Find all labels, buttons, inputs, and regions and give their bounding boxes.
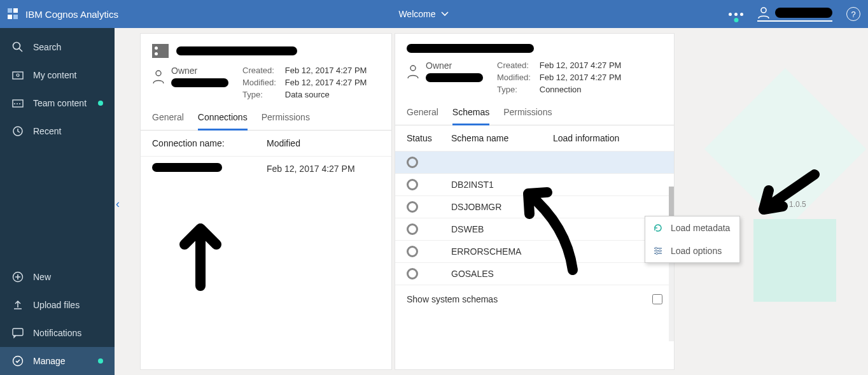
show-system-checkbox[interactable] [652, 294, 662, 304]
schema-name: ERRORSCHEMA [451, 246, 521, 257]
search-icon [11, 41, 24, 53]
connection-name-redacted [152, 163, 222, 172]
owner-name-redacted [171, 78, 228, 87]
col-load-info: Load information [553, 133, 619, 143]
connection-title-redacted [407, 44, 534, 53]
nav-label: Upload files [33, 300, 80, 310]
brand: IBM Cognos Analytics [8, 8, 118, 20]
more-menu-button[interactable] [729, 13, 743, 16]
owner-label: Owner [426, 60, 483, 71]
menu-load-options[interactable]: Load options [645, 239, 739, 262]
col-modified: Modified [267, 138, 300, 148]
menu-load-metadata[interactable]: Load metadata [645, 216, 739, 239]
background-decoration [677, 92, 843, 308]
svg-point-0 [761, 8, 766, 13]
nav-my-content[interactable]: My content [0, 61, 115, 89]
collapse-sidebar-button[interactable]: ‹ [116, 197, 120, 211]
nav-label: Manage [33, 356, 66, 366]
folder-team-icon [11, 97, 24, 110]
created-value: Feb 12, 2017 4:27 PM [540, 60, 622, 70]
nav-upload[interactable]: Upload files [0, 291, 115, 319]
schema-row[interactable]: DSWEB [395, 218, 674, 240]
tab-connections[interactable]: Connections [198, 107, 248, 131]
svg-point-16 [659, 250, 661, 251]
status-unloaded-icon [407, 201, 418, 213]
schema-name: DSJOBMGR [451, 202, 501, 212]
top-bar: IBM Cognos Analytics Welcome ? [0, 0, 868, 28]
schema-name: DSWEB [451, 224, 484, 234]
nav-search[interactable]: Search [0, 33, 115, 61]
chevron-down-icon [441, 11, 449, 17]
menu-label: Load metadata [671, 223, 730, 233]
svg-point-17 [655, 252, 657, 254]
owner-icon [152, 69, 165, 85]
nav-new[interactable]: New [0, 263, 115, 291]
type-key: Type: [497, 85, 531, 94]
svg-point-6 [14, 103, 15, 104]
datasource-icon [152, 44, 169, 58]
page-label: Welcome [398, 9, 435, 19]
status-unloaded-icon [407, 246, 418, 257]
status-unloaded-icon [407, 223, 418, 235]
plus-circle-icon [11, 271, 24, 283]
page-switcher[interactable]: Welcome [118, 9, 729, 19]
modified-key: Modified: [242, 78, 276, 87]
schema-context-menu: Load metadata Load options [645, 216, 740, 263]
app-logo-icon [8, 8, 19, 20]
tab-general[interactable]: General [152, 107, 184, 130]
upload-icon [11, 299, 24, 311]
datasource-panel: Owner Created: Feb 12, 2017 4:27 PM Modi… [140, 33, 392, 370]
app-name: IBM Cognos Analytics [25, 9, 118, 20]
svg-point-4 [17, 74, 19, 76]
tab-permissions[interactable]: Permissions [262, 107, 310, 130]
user-icon [757, 6, 770, 19]
nav-manage[interactable]: Manage [0, 347, 115, 375]
user-menu[interactable] [757, 6, 832, 22]
version-label: 1.0.5 [789, 200, 806, 209]
nav-label: New [33, 272, 51, 282]
sliders-icon [653, 246, 663, 256]
help-button[interactable]: ? [846, 7, 860, 21]
modified-value: Feb 12, 2017 4:27 PM [285, 78, 367, 87]
menu-label: Load options [671, 246, 722, 256]
nav-label: Recent [33, 126, 61, 136]
schema-row[interactable]: ERRORSCHEMA [395, 240, 674, 262]
schema-name: DB2INST1 [451, 180, 494, 190]
svg-rect-11 [13, 329, 23, 336]
svg-point-15 [655, 247, 657, 249]
col-schema-name: Schema name [451, 133, 553, 143]
nav-label: Search [33, 42, 61, 52]
owner-name-redacted [426, 73, 483, 82]
schema-row[interactable]: GOSALES [395, 262, 674, 285]
clock-icon [11, 125, 24, 138]
nav-label: Notifications [33, 328, 81, 338]
connection-row[interactable]: Feb 12, 2017 4:27 PM [141, 156, 391, 180]
svg-rect-3 [13, 72, 23, 79]
type-value: Data source [285, 90, 367, 99]
nav-recent[interactable]: Recent [0, 117, 115, 145]
tab-schemas[interactable]: Schemas [452, 102, 489, 125]
indicator-dot [98, 358, 103, 364]
indicator-dot [98, 101, 103, 106]
nav-notifications[interactable]: Notifications [0, 319, 115, 347]
created-key: Created: [497, 60, 531, 70]
schema-row[interactable] [395, 151, 674, 173]
svg-point-1 [13, 43, 20, 50]
datasource-name-redacted [176, 46, 297, 55]
schema-row[interactable]: DB2INST1 [395, 173, 674, 195]
schema-row[interactable]: DSJOBMGR [395, 195, 674, 218]
folder-user-icon [11, 69, 24, 81]
col-connection-name: Connection name: [152, 138, 267, 148]
main-area: Owner Created: Feb 12, 2017 4:27 PM Modi… [115, 28, 868, 375]
schema-list: DB2INST1 DSJOBMGR DSWEB ERRORSCHEMA GOSA… [395, 151, 674, 285]
tab-general[interactable]: General [407, 102, 438, 125]
owner-icon [407, 64, 419, 80]
created-key: Created: [242, 66, 276, 75]
col-status: Status [407, 133, 451, 143]
nav-team-content[interactable]: Team content [0, 89, 115, 117]
type-value: Connection [540, 85, 622, 94]
tab-permissions[interactable]: Permissions [503, 102, 552, 125]
status-unloaded-icon [407, 268, 418, 279]
left-nav: Search My content Team content Recent Ne… [0, 28, 115, 375]
svg-line-2 [19, 48, 22, 52]
